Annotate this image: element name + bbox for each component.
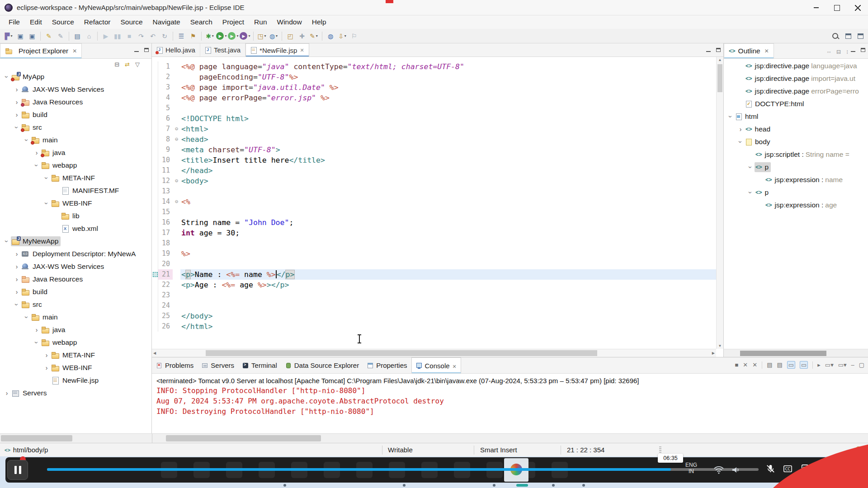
filter-icon[interactable]: ▽ <box>135 61 140 68</box>
outline-tree-item[interactable]: p <box>724 186 868 199</box>
toolbar-button-32[interactable]: ◍ <box>325 31 336 42</box>
collapse-arrow-icon[interactable] <box>33 162 41 169</box>
toolbar-button-1[interactable]: ▣ <box>15 31 26 42</box>
toolbar-button-2[interactable]: ▣ <box>27 31 38 42</box>
menu-search[interactable]: Search <box>185 15 217 29</box>
explorer-tree-item[interactable]: JAX-WS Web Services <box>0 83 151 96</box>
console-tab-console[interactable]: Console <box>411 357 461 373</box>
editor-horizontal-scrollbar[interactable] <box>152 349 716 357</box>
explorer-tree-item[interactable]: lib <box>0 210 151 222</box>
code-line-18[interactable]: 18 <box>152 238 716 249</box>
focus-icon[interactable]: ◦◦ <box>827 49 831 55</box>
close-tab-icon[interactable] <box>300 47 304 53</box>
menu-edit[interactable]: Edit <box>25 15 47 29</box>
outline-tree-item[interactable]: body <box>724 136 868 148</box>
code-line-7[interactable]: 7<html> <box>152 124 716 134</box>
editor-tab-testjava[interactable]: Test.java <box>200 43 245 56</box>
expand-arrow-icon[interactable] <box>13 288 21 296</box>
outline-horizontal-scrollbar[interactable] <box>724 349 868 357</box>
code-line-24[interactable]: 24 <box>152 300 716 311</box>
minimize-console-icon[interactable]: – <box>851 361 854 368</box>
horizontal-scroll-thumb[interactable] <box>206 350 597 356</box>
menu-file[interactable]: File <box>4 15 25 29</box>
collapse-arrow-icon[interactable] <box>3 73 11 80</box>
collapse-arrow-icon[interactable] <box>42 174 51 182</box>
toolbar-button-0[interactable]: ▛▾ <box>3 31 14 42</box>
close-window-button[interactable] <box>847 0 868 15</box>
explorer-tree-item[interactable]: META-INF <box>0 349 151 361</box>
console-tab-servers[interactable]: Servers <box>198 357 238 373</box>
maximize-console-icon[interactable]: ▢ <box>859 361 864 368</box>
toolbar-button-29[interactable]: ✚ <box>297 31 307 42</box>
display-console-icon[interactable]: ▭▾ <box>825 361 834 368</box>
collapse-all-outline-icon[interactable]: ⊟ <box>836 49 841 55</box>
outline-tree-item[interactable]: p <box>724 161 868 174</box>
expand-arrow-icon[interactable] <box>33 149 41 156</box>
explorer-tree-item[interactable]: JAX-WS Web Services <box>0 260 151 273</box>
maximize-explorer-icon[interactable] <box>144 48 149 52</box>
outline-tree-item[interactable]: jsp:directive.pagelanguage=java <box>724 60 868 72</box>
explorer-tree-item[interactable]: META-INF <box>0 172 151 184</box>
collapse-arrow-icon[interactable] <box>13 124 21 131</box>
scroll-up-icon[interactable] <box>717 58 723 62</box>
menu-window[interactable]: Window <box>272 15 307 29</box>
explorer-scroll-thumb[interactable] <box>1 435 72 441</box>
console-scroll-thumb[interactable] <box>166 435 321 441</box>
explorer-tree-item[interactable]: MANIFEST.MF <box>0 184 151 197</box>
code-line-3[interactable]: 3<%@ page import="java.util.Date" %> <box>152 82 716 93</box>
toolbar-button-11[interactable]: ▮▮ <box>112 31 123 42</box>
close-explorer-icon[interactable] <box>72 48 77 54</box>
toolbar-button-21[interactable]: ▶▾ <box>216 31 227 42</box>
explorer-tree-item[interactable]: Deployment Descriptor: MyNewA <box>0 248 151 260</box>
toolbar-button-23[interactable]: ▶▾ <box>240 31 250 42</box>
code-line-15[interactable]: 15 <box>152 207 716 217</box>
language-indicator[interactable]: ENGIN <box>685 462 697 474</box>
editor-vertical-scrollbar[interactable] <box>716 57 723 349</box>
pin-icon[interactable]: ▸ <box>817 361 821 368</box>
explorer-tree-item[interactable]: main <box>0 311 151 324</box>
outline-tree-item[interactable]: DOCTYPE:html <box>724 98 868 110</box>
explorer-tree-item[interactable]: build <box>0 108 151 121</box>
editor-tab-newfilejsp[interactable]: *NewFile.jsp <box>245 43 309 56</box>
explorer-tree-item[interactable]: WEB-INF <box>0 361 151 374</box>
search-icon[interactable] <box>832 33 839 40</box>
console-tab-properties[interactable]: Properties <box>363 357 411 373</box>
open-console-icon[interactable]: ▭▾ <box>838 361 847 368</box>
toolbar-button-20[interactable]: ✱▾ <box>204 31 215 42</box>
outline-tree-item[interactable]: jsp:directive.pageerrorPage=erro <box>724 85 868 98</box>
explorer-tree-item[interactable]: src <box>0 121 151 134</box>
toolbar-button-22[interactable]: ▶▾ <box>228 31 239 42</box>
explorer-tree-item[interactable]: webapp <box>0 336 151 349</box>
outline-tree-item[interactable]: jsp:expression :age <box>724 199 868 211</box>
explorer-tree-item[interactable]: WEB-INF <box>0 197 151 210</box>
link-with-editor-icon[interactable]: ⇄ <box>125 61 130 68</box>
console-tab-data-source-explorer[interactable]: Data Source Explorer <box>281 357 363 373</box>
code-line-12[interactable]: 12<body> <box>152 176 716 186</box>
collapse-arrow-icon[interactable] <box>726 113 735 120</box>
code-line-25[interactable]: 25</body> <box>152 311 716 321</box>
collapse-arrow-icon[interactable] <box>736 138 745 145</box>
toolbar-button-34[interactable]: ⚐ <box>349 31 359 42</box>
explorer-tree-item[interactable]: webapp <box>0 159 151 172</box>
volume-icon[interactable] <box>731 465 741 475</box>
code-line-19[interactable]: 19%> <box>152 249 716 259</box>
menu-project[interactable]: Project <box>217 15 249 29</box>
project-explorer-tab[interactable]: Project Explorer <box>0 43 82 58</box>
collapse-arrow-icon[interactable] <box>42 200 51 207</box>
fold-icon[interactable] <box>173 176 180 186</box>
toolbar-button-26[interactable]: ◍▾ <box>268 31 279 42</box>
minimize-explorer-icon[interactable] <box>134 51 139 52</box>
toolbar-button-14[interactable]: ↶ <box>147 31 158 42</box>
scroll-down-icon[interactable] <box>717 344 723 348</box>
toolbar-button-18[interactable]: ⚑ <box>188 31 198 42</box>
code-line-5[interactable]: 5 <box>152 103 716 113</box>
code-line-17[interactable]: 17int age = 30; <box>152 228 716 238</box>
expand-arrow-icon[interactable] <box>42 352 51 359</box>
code-line-9[interactable]: 9<meta charset="UTF-8"> <box>152 145 716 155</box>
fold-icon[interactable] <box>173 134 180 145</box>
menu-help[interactable]: Help <box>307 15 331 29</box>
code-line-13[interactable]: 13 <box>152 186 716 197</box>
closed-captions-icon[interactable]: CC <box>783 464 793 474</box>
explorer-tree-item[interactable]: build <box>0 286 151 298</box>
video-progress-bar[interactable] <box>47 468 759 471</box>
